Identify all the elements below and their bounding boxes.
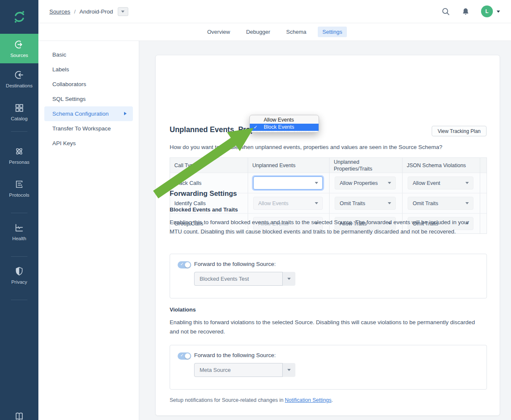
- sidebar-item-label: Destinations: [6, 83, 32, 88]
- protocols-icon: [14, 179, 24, 190]
- unplanned-events-dropdown-menu: Allow Events ✓ Block Events: [249, 115, 319, 133]
- notification-settings-link[interactable]: Notification Settings: [285, 397, 331, 403]
- sidebar-item-label: Catalog: [11, 116, 28, 121]
- sidebar-item-destinations[interactable]: Destinations: [0, 70, 38, 88]
- destinations-icon: [14, 70, 24, 80]
- menu-option-label: Block Events: [264, 124, 294, 130]
- breadcrumb-separator: /: [74, 8, 76, 15]
- unplanned-events-select[interactable]: [253, 176, 323, 190]
- unplanned-properties-select[interactable]: Allow Properties: [335, 176, 396, 190]
- schema-configuration-panel: Unplanned Events, Properties and Values …: [155, 55, 500, 416]
- top-bar: Sources / Android-Prod L: [38, 0, 511, 23]
- chevron-down-icon: [121, 11, 124, 13]
- check-icon: ✓: [180, 262, 184, 266]
- sidebar-item-privacy[interactable]: Privacy: [0, 266, 38, 285]
- unplanned-events-select[interactable]: Allow Events: [253, 197, 323, 210]
- chevron-down-icon: [287, 278, 291, 280]
- segment-logo-icon: [11, 8, 28, 26]
- column-header-spacer: [480, 158, 486, 173]
- search-icon: [441, 7, 450, 16]
- bell-icon: [461, 7, 470, 16]
- sidebar-item-collaborators[interactable]: Collaborators: [44, 77, 133, 92]
- sidebar-divider: [11, 300, 27, 300]
- view-tracking-plan-button[interactable]: View Tracking Plan: [432, 126, 487, 136]
- json-violations-select[interactable]: Allow Event: [408, 176, 473, 190]
- select-value: Omit Traits: [340, 201, 365, 206]
- unplanned-properties-select[interactable]: Omit Traits: [335, 197, 396, 210]
- sources-icon: [14, 39, 24, 50]
- source-tabs: Overview Debugger Schema Settings: [38, 23, 511, 41]
- forward-blocked-toggle[interactable]: ✓: [178, 261, 191, 268]
- sidebar-item-label: Privacy: [11, 279, 27, 285]
- topbar-actions: L: [441, 5, 500, 17]
- select-value: Allow Events: [258, 201, 289, 206]
- sidebar-item-labels[interactable]: Labels: [44, 62, 133, 77]
- sidebar-item-catalog[interactable]: Catalog: [0, 103, 38, 121]
- privacy-icon: [14, 266, 24, 276]
- segment-logo[interactable]: [0, 0, 38, 34]
- sidebar-item-health[interactable]: Health: [0, 222, 38, 241]
- sidebar-item-personas[interactable]: Personas: [0, 146, 38, 165]
- sidebar-item-sources[interactable]: Sources: [0, 34, 38, 63]
- json-violations-select[interactable]: Omit Traits: [408, 197, 473, 210]
- sidebar-item-transfer-to-workspace[interactable]: Transfer To Workspace: [44, 121, 133, 136]
- tab-schema[interactable]: Schema: [281, 27, 311, 37]
- book-icon: [14, 411, 24, 420]
- chevron-right-icon: [124, 112, 127, 115]
- blocked-events-description: Enabling this to forward blocked events …: [170, 218, 481, 236]
- sidebar-item-label: Health: [12, 236, 26, 241]
- table-header-row: Call Type Unplanned Events Unplanned Pro…: [170, 158, 487, 173]
- blocked-events-heading: Blocked Events and Traits: [170, 206, 238, 213]
- user-menu[interactable]: L: [481, 5, 500, 17]
- primary-sidebar: Sources Destinations Catalog Personas Pr…: [0, 0, 38, 420]
- blocked-events-forward-card: ✓ Forward to the following Source: Block…: [170, 254, 487, 298]
- note-text: Setup notifications for Source-related c…: [170, 397, 285, 403]
- sidebar-item-label: Schema Configuration: [52, 111, 109, 117]
- column-header-call-type: Call Type: [170, 158, 248, 173]
- sidebar-item-api-keys[interactable]: API Keys: [44, 136, 133, 151]
- violations-description: Enabling this to forward violations to t…: [170, 318, 481, 336]
- blocked-source-select[interactable]: Blocked Events Test: [194, 272, 295, 286]
- menu-option-allow-events[interactable]: Allow Events: [250, 117, 319, 124]
- notifications-button[interactable]: [461, 7, 470, 16]
- sidebar-divider: [11, 256, 27, 257]
- note-suffix: .: [332, 397, 333, 403]
- column-header-unplanned-events: Unplanned Events: [248, 158, 329, 173]
- personas-icon: [14, 146, 24, 157]
- sidebar-item-label: Sources: [10, 53, 28, 58]
- violations-heading: Violations: [170, 306, 196, 313]
- column-header-json-schema-violations: JSON Schema Violations: [402, 158, 480, 173]
- select-value: Allow Event: [413, 180, 440, 186]
- check-icon: ✓: [180, 353, 184, 358]
- settings-sidebar: Basic Labels Collaborators SQL Settings …: [38, 41, 139, 420]
- tab-settings[interactable]: Settings: [318, 27, 347, 37]
- sidebar-item-protocols[interactable]: Protocols: [0, 179, 38, 198]
- tab-debugger[interactable]: Debugger: [241, 27, 275, 37]
- source-switcher-button[interactable]: [118, 7, 128, 16]
- sidebar-item-schema-configuration[interactable]: Schema Configuration: [44, 106, 133, 121]
- select-value: Omit Traits: [413, 201, 438, 206]
- docs-button[interactable]: [0, 411, 38, 420]
- sidebar-item-sql-settings[interactable]: SQL Settings: [44, 92, 133, 106]
- breadcrumb-sources-link[interactable]: Sources: [49, 8, 70, 15]
- forward-violations-toggle[interactable]: ✓: [178, 352, 191, 360]
- sidebar-item-basic[interactable]: Basic: [44, 47, 133, 62]
- catalog-icon: [14, 103, 24, 113]
- chevron-down-icon: [315, 182, 318, 184]
- violations-source-select[interactable]: Meta Source: [194, 363, 295, 377]
- avatar: L: [481, 5, 493, 17]
- toggle-knob: [185, 353, 190, 359]
- chevron-down-icon: [315, 202, 318, 204]
- notifications-note: Setup notifications for Source-related c…: [170, 397, 333, 403]
- chevron-down-icon: [388, 202, 391, 204]
- forwarding-settings-heading: Forwarding Settings: [170, 190, 237, 198]
- violations-forward-card: ✓ Forward to the following Source: Meta …: [170, 345, 487, 390]
- chevron-down-icon: [388, 182, 391, 184]
- search-button[interactable]: [441, 7, 450, 16]
- select-value: Meta Source: [194, 363, 283, 377]
- sidebar-divider: [11, 131, 27, 132]
- sidebar-divider: [11, 213, 27, 213]
- tab-overview[interactable]: Overview: [203, 27, 235, 37]
- page-subtitle: How do you want to handle when unplanned…: [170, 144, 442, 150]
- menu-option-block-events[interactable]: ✓ Block Events: [250, 124, 319, 131]
